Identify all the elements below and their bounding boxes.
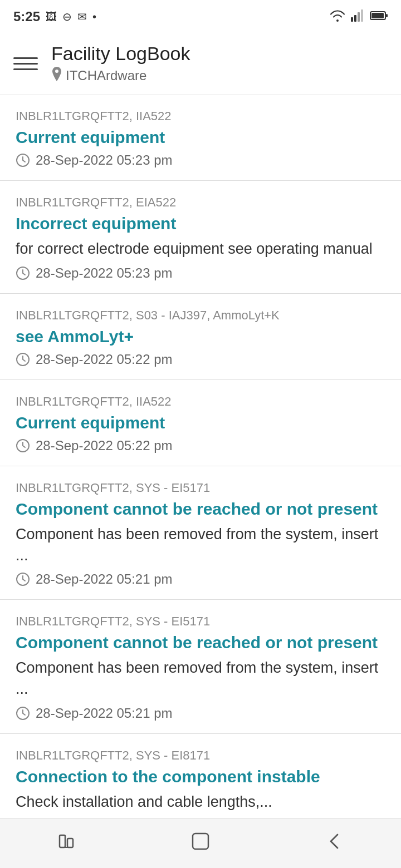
- facility-name: ITCHArdware: [66, 68, 146, 83]
- svg-rect-2: [358, 12, 360, 22]
- home-icon: [189, 830, 212, 857]
- entry-timestamp: 28-Sep-2022 05:21 pm: [36, 571, 173, 587]
- entry-time: 28-Sep-2022 05:21 pm: [16, 571, 385, 587]
- clock-icon: [16, 266, 30, 280]
- svg-rect-3: [361, 9, 363, 22]
- entry-tag: INBLR1LTGRQFTT2, SYS - EI5171: [16, 481, 385, 495]
- menu-button[interactable]: [13, 57, 38, 70]
- entry-timestamp: 28-Sep-2022 05:21 pm: [36, 706, 173, 721]
- svg-rect-5: [371, 13, 384, 18]
- entry-timestamp: 28-Sep-2022 05:22 pm: [36, 352, 173, 367]
- entry-time: 28-Sep-2022 05:23 pm: [16, 152, 385, 168]
- entry-title: Current equipment: [16, 128, 385, 147]
- svg-rect-1: [354, 15, 356, 22]
- location-icon: [51, 67, 62, 85]
- clock-icon: [16, 706, 30, 721]
- entry-timestamp: 28-Sep-2022 05:22 pm: [36, 438, 173, 453]
- entry-title: Current equipment: [16, 413, 385, 432]
- entry-tag: INBLR1LTGRQFTT2, IIA522: [16, 109, 385, 124]
- clock-icon: [16, 153, 30, 167]
- clock-icon: [16, 438, 30, 453]
- back-icon: [324, 831, 344, 856]
- log-entry[interactable]: INBLR1LTGRQFTT2, S03 - IAJ397, AmmoLyt+K…: [0, 294, 401, 380]
- entry-time: 28-Sep-2022 05:22 pm: [16, 438, 385, 453]
- entry-tag: INBLR1LTGRQFTT2, SYS - EI5171: [16, 614, 385, 629]
- entry-body: Check installation and cable lengths,...: [16, 792, 385, 813]
- entry-time: 28-Sep-2022 05:22 pm: [16, 352, 385, 367]
- app-title: Facility LogBook: [51, 43, 190, 65]
- svg-rect-17: [193, 834, 208, 849]
- log-entry[interactable]: INBLR1LTGRQFTT2, IIA522 Current equipmen…: [0, 95, 401, 181]
- email-icon: ✉: [77, 10, 87, 23]
- status-time: 5:25: [13, 9, 40, 24]
- svg-rect-14: [60, 835, 65, 847]
- dot-icon: •: [92, 11, 96, 23]
- entry-title: see AmmoLyt+: [16, 327, 385, 346]
- entry-tag: INBLR1LTGRQFTT2, IIA522: [16, 394, 385, 409]
- log-entry[interactable]: INBLR1LTGRQFTT2, IIA522 Current equipmen…: [0, 380, 401, 466]
- entry-tag: INBLR1LTGRQFTT2, SYS - EI8171: [16, 748, 385, 763]
- photo-icon: 🖼: [46, 11, 57, 23]
- log-entry[interactable]: INBLR1LTGRQFTT2, SYS - EI5171 Component …: [0, 466, 401, 600]
- entry-title: Connection to the component instable: [16, 767, 385, 786]
- entry-time: 28-Sep-2022 05:23 pm: [16, 265, 385, 281]
- signal-icon: [351, 9, 364, 24]
- wifi-icon: [330, 9, 345, 24]
- bottom-nav: [0, 818, 401, 868]
- entry-body: Component has been removed from the syst…: [16, 658, 385, 700]
- toolbar-title-block: Facility LogBook ITCHArdware: [51, 43, 190, 85]
- log-entry[interactable]: INBLR1LTGRQFTT2, EIA522 Incorrect equipm…: [0, 181, 401, 294]
- entry-timestamp: 28-Sep-2022 05:23 pm: [36, 265, 173, 281]
- toolbar: Facility LogBook ITCHArdware: [0, 33, 401, 95]
- log-entry[interactable]: INBLR1LTGRQFTT2, SYS - EI5171 Component …: [0, 600, 401, 734]
- status-bar: 5:25 🖼 ⊖ ✉ •: [0, 0, 401, 33]
- entry-tag: INBLR1LTGRQFTT2, EIA522: [16, 195, 385, 210]
- svg-rect-15: [67, 839, 73, 847]
- entry-timestamp: 28-Sep-2022 05:23 pm: [36, 152, 173, 168]
- entry-title: Component cannot be reached or not prese…: [16, 500, 385, 519]
- log-list: INBLR1LTGRQFTT2, IIA522 Current equipmen…: [0, 95, 401, 847]
- home-button[interactable]: [134, 818, 267, 868]
- entry-time: 28-Sep-2022 05:21 pm: [16, 706, 385, 721]
- clock-icon: [16, 352, 30, 367]
- recents-icon: [56, 831, 77, 856]
- entry-title: Incorrect equipment: [16, 214, 385, 233]
- toolbar-subtitle: ITCHArdware: [51, 67, 190, 85]
- entry-body: for correct electrode equipment see oper…: [16, 239, 385, 260]
- minus-circle-icon: ⊖: [62, 10, 72, 23]
- entry-tag: INBLR1LTGRQFTT2, S03 - IAJ397, AmmoLyt+K: [16, 308, 385, 323]
- battery-icon: [370, 11, 388, 23]
- recents-button[interactable]: [0, 818, 134, 868]
- back-button[interactable]: [267, 818, 401, 868]
- entry-title: Component cannot be reached or not prese…: [16, 633, 385, 652]
- svg-rect-0: [351, 17, 353, 22]
- clock-icon: [16, 572, 30, 586]
- svg-rect-6: [386, 14, 388, 17]
- entry-body: Component has been removed from the syst…: [16, 524, 385, 566]
